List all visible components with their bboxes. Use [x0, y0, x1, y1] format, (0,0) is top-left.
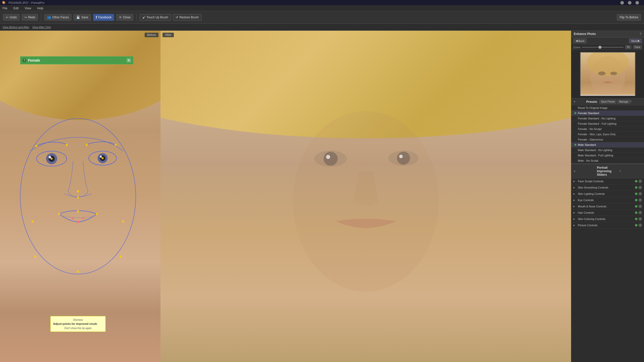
- slider-help-icon[interactable]: ?: [638, 179, 642, 183]
- close-button[interactable]: ✕ Close: [116, 14, 133, 21]
- other-faces-icon: 👥: [47, 16, 51, 19]
- redo-icon: ↪: [24, 16, 27, 19]
- zoom-slider[interactable]: [582, 47, 624, 48]
- svg-point-39: [610, 72, 617, 75]
- slider-label: Picture Controls: [578, 224, 634, 227]
- slider-item[interactable]: ▶Skin Smoothing Controls?: [571, 185, 644, 191]
- slider-help-icon[interactable]: ?: [638, 217, 642, 221]
- minimize-btn[interactable]: [620, 1, 624, 5]
- slider-item[interactable]: ▶Mouth & Nose Controls?: [571, 203, 644, 210]
- slider-help-icon[interactable]: ?: [638, 223, 642, 227]
- zoom-label: Zoom: [573, 46, 580, 49]
- facebook-button[interactable]: f Facebook: [93, 14, 114, 21]
- slider-item[interactable]: ▶Skin Lighting Controls?: [571, 191, 644, 197]
- slider-help-icon[interactable]: ?: [638, 186, 642, 189]
- maximize-btn[interactable]: [628, 1, 631, 5]
- restore-icon: ↺: [176, 16, 178, 19]
- slider-item[interactable]: ▶Face Sculpt Controls?: [571, 178, 644, 185]
- preset-dot: [574, 139, 576, 141]
- redo-button[interactable]: ↪ Redo: [22, 14, 38, 21]
- preset-dot: [574, 107, 576, 109]
- undo-icon: ↩: [6, 16, 8, 19]
- manage-presets-button[interactable]: Manage: [617, 100, 630, 104]
- slider-help-icon[interactable]: ?: [638, 192, 642, 196]
- after-label: After: [163, 33, 174, 37]
- slider-label: Skin Coloring Controls: [578, 217, 634, 220]
- save-label: Save: [81, 16, 88, 19]
- other-faces-button[interactable]: 👥 Other Faces: [44, 14, 71, 21]
- close-label: Close: [123, 16, 131, 19]
- svg-point-31: [324, 152, 338, 166]
- close-btn[interactable]: [635, 1, 639, 5]
- nav-controls: ◀ Back Next ▶: [571, 37, 644, 44]
- view-after-only-link[interactable]: View After Only: [32, 26, 51, 29]
- preset-label: Female - No Sculpt: [578, 127, 601, 130]
- preset-item[interactable]: Female - Glamorous: [571, 137, 644, 142]
- preset-item[interactable]: Female Standard - No Lighting: [571, 116, 644, 121]
- thumb-face-overlay: [581, 53, 635, 96]
- preset-item[interactable]: Female - Skin, Lips, Eyes Only: [571, 132, 644, 137]
- back-button[interactable]: ◀ Back: [573, 38, 587, 43]
- slider-active-dot: [635, 193, 637, 195]
- preset-dot: [574, 149, 576, 151]
- presets-help-icon[interactable]: ?: [630, 100, 642, 103]
- zoom-fit-button[interactable]: Fit: [625, 45, 631, 49]
- touch-up-brush-button[interactable]: 🖌 Touch Up Brush: [140, 14, 171, 21]
- preset-item[interactable]: Female Standard: [571, 111, 644, 116]
- preset-item[interactable]: Male Standard: [571, 142, 644, 148]
- slider-help-icon[interactable]: ?: [638, 205, 642, 208]
- save-button[interactable]: 💾 Save: [73, 14, 91, 21]
- sliders-title: Portrait Improving Sliders: [597, 166, 620, 176]
- menu-view[interactable]: View: [24, 6, 32, 11]
- presets-collapse-icon[interactable]: ▼: [573, 100, 585, 103]
- save-preset-button[interactable]: Save Preset: [599, 100, 616, 104]
- zoom-slider-thumb[interactable]: [598, 46, 601, 49]
- slider-item[interactable]: ▶Eye Controls?: [571, 197, 644, 203]
- tip-box: Dismiss Adjust points for improved resul…: [50, 316, 106, 332]
- slider-chevron-icon: ▶: [573, 180, 576, 183]
- slider-item[interactable]: ▶Hair Controls?: [571, 210, 644, 216]
- menu-edit[interactable]: Edit: [12, 6, 20, 11]
- menu-help[interactable]: Help: [36, 6, 45, 11]
- slider-item[interactable]: ▶Picture Controls?: [571, 222, 644, 229]
- slider-label: Face Sculpt Controls: [578, 180, 634, 183]
- svg-point-34: [397, 152, 410, 165]
- sliders-collapse-icon[interactable]: ▼: [573, 170, 596, 173]
- next-button[interactable]: Next ▶: [629, 38, 642, 43]
- preset-item[interactable]: Male Standard - No Lighting: [571, 148, 644, 153]
- after-panel: After: [160, 31, 571, 362]
- preset-label: Reset To Original Image: [578, 106, 608, 109]
- restore-brush-button[interactable]: ↺ Restore Brush: [173, 14, 202, 21]
- help-icon[interactable]: ?: [640, 32, 641, 36]
- zoom-face-button[interactable]: Face: [633, 45, 642, 49]
- svg-point-35: [399, 155, 403, 158]
- preset-label: Male - No Sculpt: [578, 159, 598, 162]
- preset-dot: [574, 144, 576, 146]
- preset-item[interactable]: Male - No Sculpt: [571, 158, 644, 163]
- sliders-help-icon[interactable]: ?: [619, 170, 642, 173]
- view-before-after-link[interactable]: View Before and After: [3, 26, 29, 29]
- slider-help-icon[interactable]: ?: [638, 211, 642, 214]
- tip-dont-show-button[interactable]: Don't show this tip again: [53, 327, 103, 330]
- preset-item[interactable]: Male Standard - Full Lighting: [571, 153, 644, 158]
- menu-file[interactable]: File: [2, 6, 8, 11]
- slider-chevron-icon: ▶: [573, 218, 576, 220]
- slider-label: Mouth & Nose Controls: [578, 205, 634, 208]
- preset-item[interactable]: Female Standard - Full Lighting: [571, 121, 644, 126]
- gender-badge-close-button[interactable]: ✕: [127, 58, 131, 63]
- flip-to-before-button[interactable]: Flip To Before: [617, 14, 641, 21]
- preset-item[interactable]: Reset To Original Image: [571, 105, 644, 111]
- undo-button[interactable]: ↩ Undo: [3, 14, 20, 21]
- next-label: Next: [631, 39, 637, 42]
- preset-item[interactable]: Female - No Sculpt: [571, 126, 644, 132]
- slider-help-icon[interactable]: ?: [638, 198, 642, 202]
- preset-label: Male Standard - Full Lighting: [578, 154, 613, 157]
- gender-question-icon[interactable]: ?: [22, 58, 26, 62]
- slider-active-dot: [635, 205, 637, 208]
- slider-item[interactable]: ▶Skin Coloring Controls?: [571, 216, 644, 222]
- slider-list: ▶Face Sculpt Controls?▶Skin Smoothing Co…: [571, 178, 644, 229]
- tip-dismiss-button[interactable]: Dismiss: [53, 318, 103, 321]
- slider-label: Skin Lighting Controls: [578, 192, 634, 195]
- separator-1: [41, 14, 41, 21]
- preset-dot: [574, 160, 576, 162]
